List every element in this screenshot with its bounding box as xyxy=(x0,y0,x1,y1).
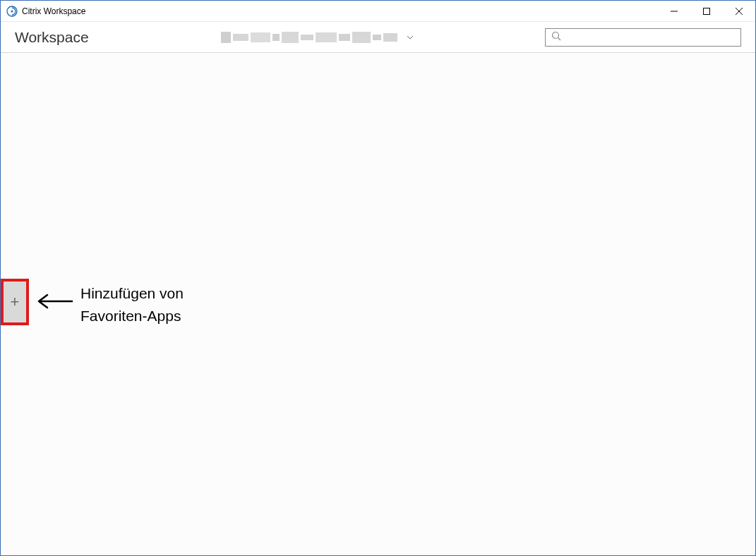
maximize-button[interactable] xyxy=(690,1,723,21)
annotation-line1: Hinzufügen von xyxy=(80,282,184,305)
chevron-down-icon[interactable] xyxy=(407,33,413,41)
workspace-heading: Workspace xyxy=(15,29,89,46)
search-box[interactable] xyxy=(545,28,741,47)
annotation-line2: Favoriten-Apps xyxy=(80,305,184,327)
title-bar-left: Citrix Workspace xyxy=(6,6,85,17)
plus-icon: + xyxy=(11,294,20,310)
title-bar: Citrix Workspace xyxy=(1,1,755,22)
redacted-user-info xyxy=(221,30,397,44)
add-favorite-button[interactable]: + xyxy=(1,279,29,325)
svg-rect-3 xyxy=(704,8,710,14)
minimize-button[interactable] xyxy=(658,1,690,21)
window-controls xyxy=(658,1,755,21)
window-title: Citrix Workspace xyxy=(22,6,85,16)
window-frame: Citrix Workspace Workspace xyxy=(0,0,756,556)
header-bar: Workspace xyxy=(1,22,755,53)
citrix-app-icon xyxy=(6,6,18,17)
header-center xyxy=(89,30,545,44)
annotation-text: Hinzufügen von Favoriten-Apps xyxy=(80,282,184,327)
annotation-arrow-icon xyxy=(36,293,74,313)
close-button[interactable] xyxy=(723,1,755,21)
svg-point-1 xyxy=(11,10,13,12)
search-icon xyxy=(551,31,561,44)
svg-line-7 xyxy=(558,37,561,40)
svg-point-6 xyxy=(553,32,559,38)
header-right xyxy=(545,28,741,47)
search-input[interactable] xyxy=(565,29,735,46)
content-area: + Hinzufügen von Favoriten-Apps xyxy=(1,53,755,555)
